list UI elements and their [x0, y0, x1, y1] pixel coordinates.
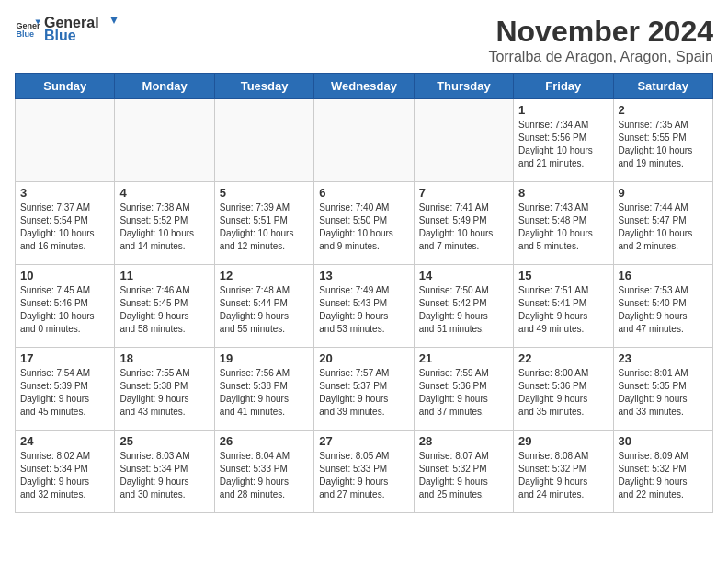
calendar-cell: 19Sunrise: 7:56 AM Sunset: 5:38 PM Dayli… — [214, 348, 313, 431]
day-number: 24 — [20, 434, 109, 448]
day-number: 23 — [619, 351, 708, 365]
day-info: Sunrise: 8:09 AM Sunset: 5:32 PM Dayligh… — [619, 450, 708, 501]
day-number: 16 — [619, 269, 708, 282]
logo-icon: General Blue — [15, 17, 40, 42]
day-number: 5 — [220, 186, 309, 200]
calendar-cell — [214, 99, 313, 182]
calendar-cell: 23Sunrise: 8:01 AM Sunset: 5:35 PM Dayli… — [613, 348, 712, 431]
day-number: 2 — [619, 103, 708, 117]
location-title: Torralba de Aragon, Aragon, Spain — [488, 49, 713, 65]
day-info: Sunrise: 7:44 AM Sunset: 5:47 PM Dayligh… — [619, 201, 708, 253]
weekday-friday: Friday — [514, 74, 613, 99]
day-info: Sunrise: 8:01 AM Sunset: 5:35 PM Dayligh… — [619, 367, 708, 419]
calendar-cell: 21Sunrise: 7:59 AM Sunset: 5:36 PM Dayli… — [414, 348, 513, 431]
calendar-cell: 11Sunrise: 7:46 AM Sunset: 5:45 PM Dayli… — [115, 265, 214, 348]
calendar-cell — [314, 99, 414, 182]
calendar-cell — [16, 99, 115, 182]
calendar-cell: 17Sunrise: 7:54 AM Sunset: 5:39 PM Dayli… — [16, 348, 115, 431]
day-info: Sunrise: 7:35 AM Sunset: 5:55 PM Dayligh… — [619, 119, 708, 170]
calendar-cell: 29Sunrise: 8:08 AM Sunset: 5:32 PM Dayli… — [514, 431, 613, 513]
day-number: 27 — [319, 434, 408, 448]
day-number: 6 — [319, 186, 408, 200]
calendar-cell: 22Sunrise: 8:00 AM Sunset: 5:36 PM Dayli… — [514, 348, 613, 431]
day-number: 8 — [518, 186, 608, 200]
day-number: 25 — [119, 434, 209, 448]
weekday-sunday: Sunday — [16, 74, 115, 99]
header: General Blue General Blue November 2024 … — [15, 15, 713, 65]
weekday-saturday: Saturday — [613, 74, 712, 99]
calendar-cell: 25Sunrise: 8:03 AM Sunset: 5:34 PM Dayli… — [115, 431, 214, 513]
day-info: Sunrise: 7:48 AM Sunset: 5:44 PM Dayligh… — [220, 284, 309, 336]
day-number: 9 — [619, 186, 708, 200]
day-number: 26 — [220, 434, 309, 448]
calendar-cell — [115, 99, 214, 182]
day-number: 17 — [20, 351, 109, 365]
calendar-cell: 26Sunrise: 8:04 AM Sunset: 5:33 PM Dayli… — [214, 431, 313, 513]
calendar-cell: 28Sunrise: 8:07 AM Sunset: 5:32 PM Dayli… — [414, 431, 513, 513]
weekday-header-row: SundayMondayTuesdayWednesdayThursdayFrid… — [16, 74, 713, 99]
day-info: Sunrise: 7:43 AM Sunset: 5:48 PM Dayligh… — [518, 201, 608, 253]
day-info: Sunrise: 7:53 AM Sunset: 5:40 PM Dayligh… — [619, 284, 708, 336]
day-info: Sunrise: 7:50 AM Sunset: 5:42 PM Dayligh… — [419, 284, 508, 336]
day-info: Sunrise: 7:51 AM Sunset: 5:41 PM Dayligh… — [518, 284, 608, 336]
day-number: 29 — [518, 434, 608, 448]
calendar-cell: 24Sunrise: 8:02 AM Sunset: 5:34 PM Dayli… — [16, 431, 115, 513]
day-number: 14 — [419, 269, 508, 282]
day-number: 4 — [119, 186, 209, 200]
day-number: 13 — [319, 269, 408, 282]
day-info: Sunrise: 7:49 AM Sunset: 5:43 PM Dayligh… — [319, 284, 408, 336]
month-title: November 2024 — [488, 15, 713, 49]
day-number: 1 — [518, 103, 608, 117]
weekday-wednesday: Wednesday — [314, 74, 414, 99]
calendar-cell: 20Sunrise: 7:57 AM Sunset: 5:37 PM Dayli… — [314, 348, 414, 431]
calendar-cell: 15Sunrise: 7:51 AM Sunset: 5:41 PM Dayli… — [514, 265, 613, 348]
day-info: Sunrise: 7:56 AM Sunset: 5:38 PM Dayligh… — [220, 367, 309, 419]
svg-marker-3 — [110, 17, 118, 24]
day-info: Sunrise: 7:37 AM Sunset: 5:54 PM Dayligh… — [20, 201, 109, 253]
calendar-body: 1Sunrise: 7:34 AM Sunset: 5:56 PM Daylig… — [16, 99, 713, 513]
calendar-cell: 1Sunrise: 7:34 AM Sunset: 5:56 PM Daylig… — [514, 99, 613, 182]
day-info: Sunrise: 8:05 AM Sunset: 5:33 PM Dayligh… — [319, 450, 408, 501]
day-info: Sunrise: 8:04 AM Sunset: 5:33 PM Dayligh… — [220, 450, 309, 501]
week-row-2: 10Sunrise: 7:45 AM Sunset: 5:46 PM Dayli… — [16, 265, 713, 348]
calendar-cell: 7Sunrise: 7:41 AM Sunset: 5:49 PM Daylig… — [414, 182, 513, 265]
day-number: 7 — [419, 186, 508, 200]
day-info: Sunrise: 7:57 AM Sunset: 5:37 PM Dayligh… — [319, 367, 408, 419]
calendar-cell: 30Sunrise: 8:09 AM Sunset: 5:32 PM Dayli… — [613, 431, 712, 513]
day-info: Sunrise: 8:00 AM Sunset: 5:36 PM Dayligh… — [518, 367, 608, 419]
logo-triangle-icon — [101, 15, 118, 31]
day-info: Sunrise: 7:40 AM Sunset: 5:50 PM Dayligh… — [319, 201, 408, 253]
calendar-cell: 16Sunrise: 7:53 AM Sunset: 5:40 PM Dayli… — [613, 265, 712, 348]
day-info: Sunrise: 7:54 AM Sunset: 5:39 PM Dayligh… — [20, 367, 109, 419]
svg-text:Blue: Blue — [16, 29, 34, 39]
day-number: 21 — [419, 351, 508, 365]
calendar-cell: 13Sunrise: 7:49 AM Sunset: 5:43 PM Dayli… — [314, 265, 414, 348]
day-info: Sunrise: 8:07 AM Sunset: 5:32 PM Dayligh… — [419, 450, 508, 501]
day-number: 10 — [20, 269, 109, 282]
day-number: 22 — [518, 351, 608, 365]
week-row-4: 24Sunrise: 8:02 AM Sunset: 5:34 PM Dayli… — [16, 431, 713, 513]
day-info: Sunrise: 7:46 AM Sunset: 5:45 PM Dayligh… — [119, 284, 209, 336]
weekday-tuesday: Tuesday — [214, 74, 313, 99]
calendar-cell: 2Sunrise: 7:35 AM Sunset: 5:55 PM Daylig… — [613, 99, 712, 182]
weekday-thursday: Thursday — [414, 74, 513, 99]
day-number: 11 — [119, 269, 209, 282]
day-info: Sunrise: 7:34 AM Sunset: 5:56 PM Dayligh… — [518, 119, 608, 170]
calendar-cell: 8Sunrise: 7:43 AM Sunset: 5:48 PM Daylig… — [514, 182, 613, 265]
week-row-0: 1Sunrise: 7:34 AM Sunset: 5:56 PM Daylig… — [16, 99, 713, 182]
calendar-cell: 27Sunrise: 8:05 AM Sunset: 5:33 PM Dayli… — [314, 431, 414, 513]
day-number: 3 — [20, 186, 109, 200]
day-info: Sunrise: 7:39 AM Sunset: 5:51 PM Dayligh… — [220, 201, 309, 253]
day-info: Sunrise: 7:41 AM Sunset: 5:49 PM Dayligh… — [419, 201, 508, 253]
calendar-cell — [414, 99, 513, 182]
day-number: 18 — [119, 351, 209, 365]
week-row-3: 17Sunrise: 7:54 AM Sunset: 5:39 PM Dayli… — [16, 348, 713, 431]
day-number: 12 — [220, 269, 309, 282]
day-number: 15 — [518, 269, 608, 282]
day-info: Sunrise: 7:59 AM Sunset: 5:36 PM Dayligh… — [419, 367, 508, 419]
logo: General Blue General Blue — [15, 15, 118, 44]
calendar-cell: 3Sunrise: 7:37 AM Sunset: 5:54 PM Daylig… — [16, 182, 115, 265]
day-info: Sunrise: 8:08 AM Sunset: 5:32 PM Dayligh… — [518, 450, 608, 501]
calendar-cell: 4Sunrise: 7:38 AM Sunset: 5:52 PM Daylig… — [115, 182, 214, 265]
calendar-cell: 6Sunrise: 7:40 AM Sunset: 5:50 PM Daylig… — [314, 182, 414, 265]
